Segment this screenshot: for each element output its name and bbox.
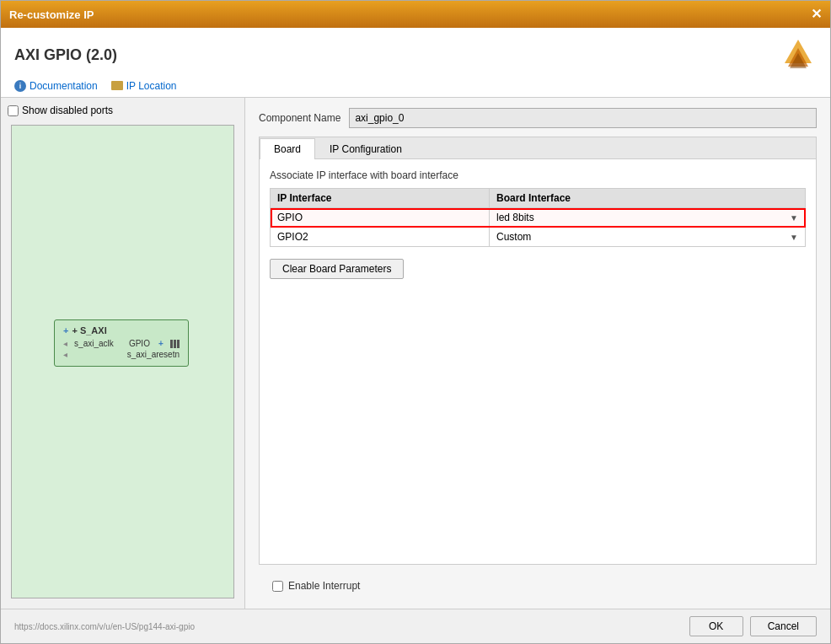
port2-arrow: ◂	[63, 350, 67, 359]
ip-block-name: + S_AXI	[72, 325, 106, 335]
port-row-1: ◂ s_axi_aclk GPIO +	[63, 339, 180, 348]
gpio-bar-3	[177, 340, 180, 348]
port-row-2: ◂ s_axi_aresetn	[63, 350, 180, 359]
app-title-row: AXI GPIO (2.0)	[14, 36, 817, 73]
dialog: Re-customize IP ✕ AXI GPIO (2.0) i Docum…	[0, 0, 831, 644]
ok-button[interactable]: OK	[689, 616, 743, 636]
tab-board-content: Associate IP interface with board interf…	[260, 159, 816, 564]
board-interface-wrapper: led 8bits led 8bits Custom ▼	[496, 212, 798, 223]
clear-board-params-button[interactable]: Clear Board Parameters	[270, 259, 404, 279]
component-name-input[interactable]	[349, 108, 817, 128]
dialog-title: Re-customize IP	[9, 8, 94, 21]
gpio-bar-2	[174, 340, 176, 348]
folder-icon	[111, 81, 123, 90]
enable-interrupt-checkbox[interactable]	[272, 581, 283, 592]
footer: https://docs.xilinx.com/v/u/en-US/pg144-…	[1, 609, 830, 643]
gpio-board-value: led 8bits	[496, 212, 790, 223]
left-panel: Show disabled ports + + S_AXI ◂ s_axi_ac…	[1, 98, 245, 609]
enable-interrupt-row: Enable Interrupt	[259, 573, 817, 598]
content-area: Show disabled ports + + S_AXI ◂ s_axi_ac…	[1, 98, 830, 609]
gpio-board-interface: led 8bits led 8bits Custom ▼	[490, 208, 806, 228]
dropdown-arrow-gpio2: ▼	[790, 233, 798, 242]
port1-arrow: ◂	[63, 339, 67, 348]
interface-table: IP Interface Board Interface GPIO led 8b…	[270, 188, 806, 247]
tabs-container: Board IP Configuration Associate IP inte…	[259, 137, 817, 565]
header-section: AXI GPIO (2.0) i Documentation IP Locati…	[1, 28, 830, 98]
associate-label: Associate IP interface with board interf…	[270, 169, 806, 181]
canvas-area: + + S_AXI ◂ s_axi_aclk GPIO +	[11, 125, 234, 598]
table-row[interactable]: GPIO2 Custom Custom led 8bits ▼	[271, 228, 806, 247]
gpio-bars	[170, 340, 180, 348]
col-ip-interface: IP Interface	[271, 189, 490, 208]
ip-location-link[interactable]: IP Location	[111, 80, 177, 92]
app-title-text: AXI GPIO (2.0)	[14, 46, 117, 64]
tab-ip-configuration[interactable]: IP Configuration	[315, 138, 416, 159]
ip-block-title: + + S_AXI	[63, 325, 180, 335]
gpio-ip-interface: GPIO	[271, 208, 490, 228]
dropdown-arrow-gpio: ▼	[790, 213, 798, 223]
footer-url: https://docs.xilinx.com/v/u/en-US/pg144-…	[14, 622, 195, 631]
title-bar: Re-customize IP ✕	[1, 1, 830, 28]
port2-label: s_axi_aresetn	[127, 350, 180, 359]
show-ports-row: Show disabled ports	[8, 105, 238, 116]
info-icon: i	[14, 80, 26, 92]
gpio2-ip-interface: GPIO2	[271, 228, 490, 247]
gpio2-board-interface: Custom Custom led 8bits ▼	[490, 228, 806, 247]
gpio-label: GPIO	[129, 339, 150, 348]
port1-label: s_axi_aclk	[74, 339, 114, 348]
nav-links: i Documentation IP Location	[14, 80, 817, 92]
plus-icon: +	[63, 325, 68, 335]
board-interface-wrapper-2: Custom Custom led 8bits ▼	[496, 231, 798, 243]
cancel-button[interactable]: Cancel	[750, 616, 817, 636]
plus-gpio: +	[158, 339, 164, 348]
ip-block: + + S_AXI ◂ s_axi_aclk GPIO +	[54, 319, 189, 367]
component-name-label: Component Name	[259, 112, 340, 124]
component-name-row: Component Name	[259, 108, 817, 128]
tabs-header: Board IP Configuration	[260, 137, 816, 159]
right-panel: Component Name Board IP Configuration As…	[245, 98, 830, 609]
gpio-bar-1	[170, 340, 173, 348]
table-row[interactable]: GPIO led 8bits led 8bits Custom ▼	[271, 208, 806, 228]
table-header-row: IP Interface Board Interface	[271, 189, 806, 208]
ip-block-ports: ◂ s_axi_aclk GPIO + ◂ s	[63, 339, 180, 359]
col-board-interface: Board Interface	[490, 189, 806, 208]
gpio2-board-value: Custom	[496, 231, 790, 243]
close-button[interactable]: ✕	[811, 8, 822, 21]
tab-board[interactable]: Board	[260, 138, 315, 159]
documentation-link[interactable]: i Documentation	[14, 80, 98, 92]
show-ports-checkbox[interactable]	[8, 105, 19, 116]
xilinx-logo	[780, 36, 817, 73]
enable-interrupt-label: Enable Interrupt	[288, 580, 360, 592]
show-ports-label: Show disabled ports	[22, 105, 113, 116]
